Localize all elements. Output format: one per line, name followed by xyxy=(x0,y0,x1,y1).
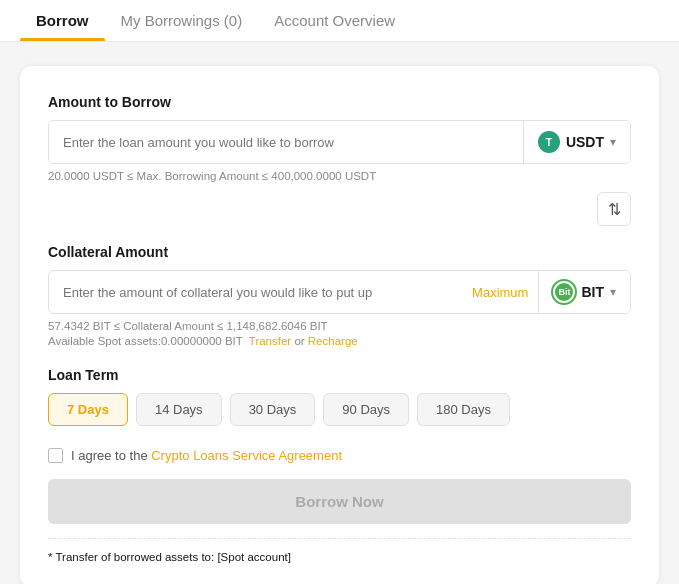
swap-row: ⇅ xyxy=(48,192,631,226)
collateral-section: Collateral Amount Maximum Bit BIT ▾ 57.4… xyxy=(48,244,631,347)
tab-my-borrowings[interactable]: My Borrowings (0) xyxy=(105,0,259,41)
bit-icon: Bit xyxy=(553,281,575,303)
available-spot-value: 0.00000000 BIT xyxy=(161,335,243,347)
collateral-input-row: Maximum Bit BIT ▾ xyxy=(48,270,631,314)
footer-note-value: [Spot account] xyxy=(217,551,291,563)
amount-currency-name: USDT xyxy=(566,134,604,150)
transfer-link[interactable]: Transfer xyxy=(249,335,291,347)
term-buttons: 7 Days 14 Days 30 Days 90 Days 180 Days xyxy=(48,393,631,426)
amount-currency-selector[interactable]: T USDT ▾ xyxy=(523,121,630,163)
usdt-icon: T xyxy=(538,131,560,153)
maximum-link[interactable]: Maximum xyxy=(462,285,538,300)
agreement-checkbox[interactable] xyxy=(48,448,63,463)
amount-input[interactable] xyxy=(49,123,523,162)
agreement-row: I agree to the Crypto Loans Service Agre… xyxy=(48,448,631,463)
agreement-text: I agree to the Crypto Loans Service Agre… xyxy=(71,448,342,463)
term-180-days[interactable]: 180 Days xyxy=(417,393,510,426)
collateral-input[interactable] xyxy=(49,273,462,312)
footer-note: * Transfer of borrowed assets to: [Spot … xyxy=(48,538,631,563)
or-label: or xyxy=(294,335,304,347)
collateral-section-label: Collateral Amount xyxy=(48,244,631,260)
loan-term-label: Loan Term xyxy=(48,367,631,383)
term-30-days[interactable]: 30 Days xyxy=(230,393,316,426)
collateral-currency-name: BIT xyxy=(581,284,604,300)
collateral-hints: 57.4342 BIT ≤ Collateral Amount ≤ 1,148,… xyxy=(48,320,631,347)
collateral-hint: 57.4342 BIT ≤ Collateral Amount ≤ 1,148,… xyxy=(48,320,631,332)
tab-bar: Borrow My Borrowings (0) Account Overvie… xyxy=(0,0,679,42)
term-14-days[interactable]: 14 Days xyxy=(136,393,222,426)
amount-hint: 20.0000 USDT ≤ Max. Borrowing Amount ≤ 4… xyxy=(48,170,631,182)
term-90-days[interactable]: 90 Days xyxy=(323,393,409,426)
amount-currency-chevron: ▾ xyxy=(610,135,616,149)
swap-button[interactable]: ⇅ xyxy=(597,192,631,226)
collateral-currency-chevron: ▾ xyxy=(610,285,616,299)
available-spot-label: Available Spot assets: xyxy=(48,335,161,347)
term-7-days[interactable]: 7 Days xyxy=(48,393,128,426)
collateral-currency-selector[interactable]: Bit BIT ▾ xyxy=(538,271,630,313)
tab-account-overview[interactable]: Account Overview xyxy=(258,0,411,41)
amount-input-row: T USDT ▾ xyxy=(48,120,631,164)
spot-assets-row: Available Spot assets:0.00000000 BIT Tra… xyxy=(48,335,631,347)
footer-note-prefix: * Transfer of borrowed assets to: xyxy=(48,551,217,563)
amount-section-label: Amount to Borrow xyxy=(48,94,631,110)
tab-borrow[interactable]: Borrow xyxy=(20,0,105,41)
recharge-link[interactable]: Recharge xyxy=(308,335,358,347)
borrow-now-button[interactable]: Borrow Now xyxy=(48,479,631,524)
main-card: Amount to Borrow T USDT ▾ 20.0000 USDT ≤… xyxy=(20,66,659,584)
agreement-link[interactable]: Crypto Loans Service Agreement xyxy=(151,448,342,463)
loan-term-section: Loan Term 7 Days 14 Days 30 Days 90 Days… xyxy=(48,367,631,426)
